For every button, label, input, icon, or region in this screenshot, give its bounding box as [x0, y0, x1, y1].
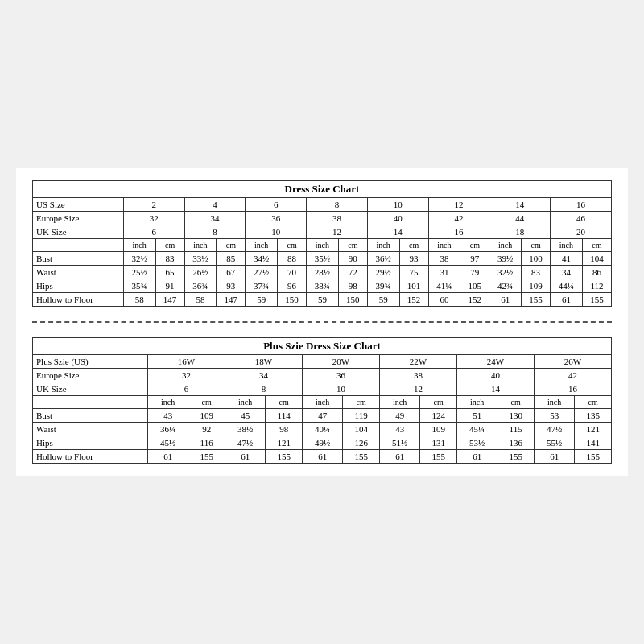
- cm-value: 115: [497, 423, 535, 436]
- unit-cm-4: cm: [338, 239, 367, 252]
- inch-value: 45½: [147, 436, 188, 450]
- measurement-label: Waist: [33, 423, 148, 436]
- unit-cm-6: cm: [460, 239, 489, 252]
- cm-value: 116: [188, 436, 225, 450]
- cm-value: 150: [278, 293, 307, 307]
- table-row: Bust32½8333½8534½8835½9036½93389739½1004…: [33, 252, 612, 266]
- inch-value: 58: [184, 293, 217, 307]
- unit-empty: [33, 239, 124, 252]
- inch-value: 41: [551, 252, 583, 266]
- inch-value: 37¾: [246, 279, 278, 293]
- uk-8: 8: [184, 225, 246, 239]
- plus-unit-inch-1: inch: [147, 396, 188, 409]
- measurement-label: Bust: [33, 252, 124, 266]
- cm-value: 147: [155, 293, 184, 307]
- inch-value: 25½: [123, 266, 155, 279]
- cm-value: 131: [420, 436, 457, 450]
- main-container: Dress Size Chart US Size 2 4 6 8 10 12 1…: [16, 168, 628, 476]
- inch-value: 43: [147, 409, 188, 423]
- cm-value: 136: [497, 436, 535, 450]
- cm-value: 155: [188, 450, 225, 464]
- us-size-8: 8: [307, 198, 368, 212]
- plus-uk-label: UK Size: [33, 382, 148, 396]
- plus-18w: 18W: [225, 355, 302, 369]
- inch-value: 51½: [379, 436, 419, 450]
- unit-inch-7: inch: [489, 239, 522, 252]
- unit-inch-4: inch: [307, 239, 339, 252]
- plus-uk-12: 12: [379, 382, 456, 396]
- inch-value: 47½: [225, 436, 265, 450]
- unit-cm-7: cm: [522, 239, 551, 252]
- inch-value: 61: [379, 450, 419, 464]
- dress-chart-title: Dress Size Chart: [33, 181, 612, 198]
- plus-22w: 22W: [379, 355, 456, 369]
- inch-value: 40¼: [302, 423, 342, 436]
- plus-uk-14: 14: [456, 382, 534, 396]
- uk-18: 18: [489, 225, 551, 239]
- table-row: Hollow to Floor6115561155611556115561155…: [33, 450, 612, 464]
- inch-value: 61: [489, 293, 522, 307]
- dress-size-chart: Dress Size Chart US Size 2 4 6 8 10 12 1…: [32, 180, 612, 307]
- measurement-label: Hips: [33, 279, 124, 293]
- uk-size-label: UK Size: [33, 225, 124, 239]
- us-size-4: 4: [184, 198, 246, 212]
- cm-value: 109: [188, 409, 225, 423]
- europe-44: 44: [489, 212, 551, 225]
- inch-value: 61: [456, 450, 497, 464]
- inch-value: 60: [428, 293, 460, 307]
- plus-europe-42: 42: [534, 369, 611, 382]
- inch-value: 49½: [302, 436, 342, 450]
- inch-value: 53½: [456, 436, 497, 450]
- cm-value: 105: [460, 279, 489, 293]
- cm-value: 119: [343, 409, 380, 423]
- measurement-label: Hollow to Floor: [33, 293, 124, 307]
- plus-uk-8: 8: [225, 382, 302, 396]
- unit-inch-1: inch: [123, 239, 155, 252]
- plus-size-label: Plus Szie (US): [33, 355, 148, 369]
- europe-38: 38: [307, 212, 368, 225]
- cm-value: 83: [522, 266, 551, 279]
- cm-value: 155: [343, 450, 380, 464]
- cm-value: 152: [460, 293, 489, 307]
- cm-value: 70: [278, 266, 307, 279]
- inch-value: 47½: [534, 423, 574, 436]
- unit-cm-5: cm: [399, 239, 428, 252]
- europe-32: 32: [123, 212, 184, 225]
- plus-europe-36: 36: [302, 369, 379, 382]
- cm-value: 135: [575, 409, 612, 423]
- us-size-14: 14: [489, 198, 551, 212]
- cm-value: 79: [460, 266, 489, 279]
- cm-value: 109: [420, 423, 457, 436]
- us-size-2: 2: [123, 198, 184, 212]
- cm-value: 67: [217, 266, 246, 279]
- cm-value: 121: [266, 436, 303, 450]
- inch-value: 39¾: [367, 279, 399, 293]
- plus-europe-34: 34: [225, 369, 302, 382]
- plus-uk-16: 16: [534, 382, 611, 396]
- cm-value: 98: [266, 423, 303, 436]
- plus-size-chart: Plus Szie Dress Size Chart Plus Szie (US…: [32, 337, 612, 464]
- inch-value: 61: [147, 450, 188, 464]
- uk-10: 10: [246, 225, 307, 239]
- europe-40: 40: [367, 212, 428, 225]
- plus-24w: 24W: [456, 355, 534, 369]
- table-row: Bust431094511447119491245113053135: [33, 409, 612, 423]
- inch-value: 53: [534, 409, 574, 423]
- plus-unit-empty: [33, 396, 148, 409]
- cm-value: 109: [522, 279, 551, 293]
- inch-value: 59: [307, 293, 339, 307]
- cm-value: 130: [497, 409, 535, 423]
- cm-value: 152: [399, 293, 428, 307]
- europe-46: 46: [551, 212, 612, 225]
- cm-value: 150: [338, 293, 367, 307]
- cm-value: 112: [582, 279, 611, 293]
- inch-value: 47: [302, 409, 342, 423]
- us-size-label: US Size: [33, 198, 124, 212]
- inch-value: 39½: [489, 252, 522, 266]
- uk-14: 14: [367, 225, 428, 239]
- inch-value: 59: [367, 293, 399, 307]
- inch-value: 27½: [246, 266, 278, 279]
- cm-value: 88: [278, 252, 307, 266]
- section-divider: [32, 321, 612, 323]
- plus-unit-cm-1: cm: [188, 396, 225, 409]
